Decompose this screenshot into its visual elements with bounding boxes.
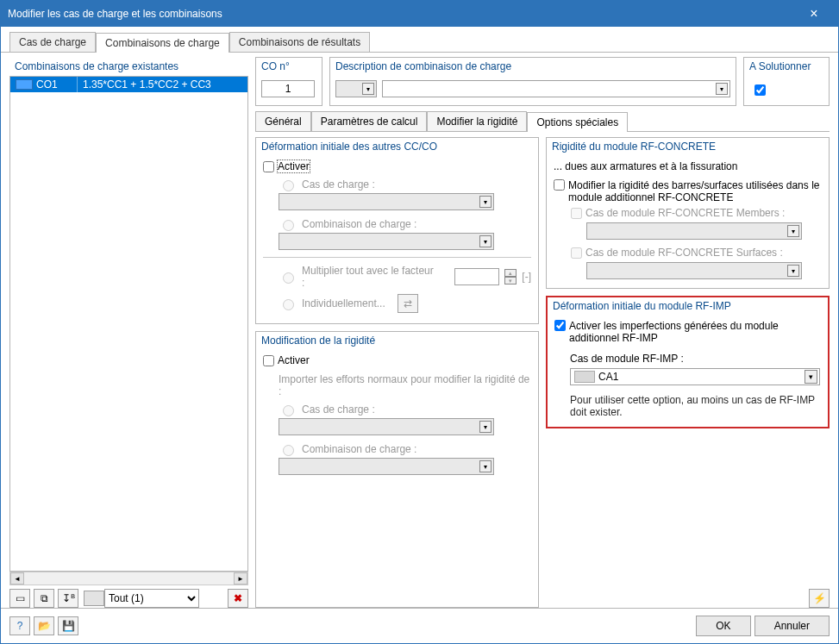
co-number-input[interactable] bbox=[261, 80, 315, 97]
cancel-button[interactable]: Annuler bbox=[754, 616, 830, 636]
rfcon-members-select: ▾ bbox=[586, 222, 802, 240]
deform-combo-radio bbox=[283, 220, 294, 231]
rfcon-modify-checkbox[interactable]: Modifier la rigidité des barres/surfaces… bbox=[554, 179, 822, 203]
tab-combinaisons-charge[interactable]: Combinaisons de charge bbox=[96, 33, 229, 53]
left-header: Combinaisons de charge existantes bbox=[9, 57, 248, 76]
modification-panel: Modification de la rigidité Activer Impo… bbox=[255, 331, 539, 608]
copy-icon[interactable]: ⧉ bbox=[34, 589, 54, 608]
inner-tabs: Général Paramètres de calcul Modifier la… bbox=[255, 111, 830, 132]
rfimp-case-label: Cas de module RF-IMP : bbox=[570, 353, 821, 365]
deform-cas-select: ▾ bbox=[279, 193, 494, 210]
rfimp-case-select[interactable]: CA1 ▾ bbox=[570, 368, 820, 385]
dialog-body: Combinaisons de charge existantes CO1 1.… bbox=[1, 53, 838, 608]
desc-type-select[interactable]: ▾ bbox=[335, 80, 377, 97]
close-icon[interactable]: × bbox=[797, 6, 831, 22]
desc-text-select[interactable]: ▾ bbox=[382, 80, 730, 97]
sort-icon[interactable]: ↧ᴮ bbox=[58, 589, 78, 608]
delete-icon[interactable]: ✖ bbox=[228, 589, 248, 608]
modif-combo-radio bbox=[283, 445, 294, 456]
titlebar: Modifier les cas de charge et les combin… bbox=[1, 1, 838, 27]
list-item[interactable]: CO1 1.35*CC1 + 1.5*CC2 + CC3 bbox=[10, 77, 247, 92]
help-icon[interactable]: ? bbox=[9, 616, 30, 635]
color-swatch-icon bbox=[16, 79, 33, 90]
rfimp-note: Pour utiliser cette option, au moins un … bbox=[570, 394, 821, 418]
horizontal-scrollbar[interactable]: ◄► bbox=[9, 572, 248, 585]
main-tabs: Cas de charge Combinaisons de charge Com… bbox=[1, 32, 838, 53]
rfcon-surfaces-select: ▾ bbox=[586, 262, 802, 279]
solve-checkbox[interactable] bbox=[754, 84, 766, 96]
filter-select[interactable]: Tout (1) bbox=[104, 589, 199, 608]
modif-cas-radio bbox=[283, 405, 294, 416]
bottom-bar: ? 📂 💾 OK Annuler bbox=[1, 608, 838, 643]
ok-button[interactable]: OK bbox=[696, 616, 750, 636]
modif-cas-select: ▾ bbox=[279, 418, 494, 435]
description-box: Description de combinaison de charge ▾ ▾ bbox=[329, 57, 736, 106]
modif-activer[interactable]: Activer bbox=[263, 354, 531, 366]
rfcon-members-checkbox: Cas de module RF-CONCRETE Members : bbox=[571, 207, 822, 219]
dialog-window: Modifier les cas de charge et les combin… bbox=[0, 0, 839, 644]
window-title: Modifier les cas de charge et les combin… bbox=[8, 8, 797, 20]
open-icon[interactable]: 📂 bbox=[34, 616, 54, 635]
deformation-panel: Déformation initiale des autres CC/CO Ac… bbox=[255, 137, 539, 324]
tab-rigidite[interactable]: Modifier la rigidité bbox=[427, 111, 527, 131]
tab-combinaisons-resultats[interactable]: Combinaisons de résultats bbox=[229, 32, 370, 52]
tab-cas-de-charge[interactable]: Cas de charge bbox=[9, 32, 96, 52]
combinations-list[interactable]: CO1 1.35*CC1 + 1.5*CC2 + CC3 bbox=[9, 76, 248, 572]
lightning-icon[interactable]: ⚡ bbox=[809, 589, 830, 608]
rfcon-surfaces-checkbox: Cas de module RF-CONCRETE Surfaces : bbox=[571, 247, 822, 259]
deform-indiv-radio bbox=[283, 299, 294, 310]
save-icon[interactable]: 💾 bbox=[58, 616, 78, 635]
co-number-box: CO n° bbox=[255, 57, 322, 106]
deform-indiv-icon: ⇄ bbox=[398, 294, 418, 313]
filter-swatch-icon bbox=[84, 591, 104, 606]
new-icon[interactable]: ▭ bbox=[9, 589, 30, 608]
rfimp-panel: Déformation initiale du module RF-IMP Ac… bbox=[546, 296, 830, 428]
rfconcrete-panel: Rigidité du module RF-CONCRETE ... dues … bbox=[546, 137, 830, 289]
tab-options-speciales[interactable]: Options spéciales bbox=[527, 112, 628, 132]
rfimp-activer-checkbox[interactable]: Activer les imperfections générées du mo… bbox=[554, 320, 821, 344]
deform-mult-radio bbox=[283, 272, 294, 284]
rfimp-swatch-icon bbox=[574, 371, 595, 383]
left-pane: Combinaisons de charge existantes CO1 1.… bbox=[9, 57, 248, 608]
solve-box: A Solutionner bbox=[743, 57, 830, 106]
deform-combo-select: ▾ bbox=[279, 233, 494, 250]
deform-cas-radio bbox=[283, 180, 294, 191]
deform-activer[interactable]: Activer bbox=[263, 160, 531, 172]
deform-factor-input bbox=[454, 268, 499, 285]
tab-general[interactable]: Général bbox=[255, 111, 311, 131]
tab-parametres[interactable]: Paramètres de calcul bbox=[311, 111, 428, 131]
left-toolbar: ▭ ⧉ ↧ᴮ Tout (1) ✖ bbox=[9, 589, 248, 608]
right-pane: CO n° Description de combinaison de char… bbox=[255, 57, 830, 608]
modif-combo-select: ▾ bbox=[279, 458, 494, 475]
